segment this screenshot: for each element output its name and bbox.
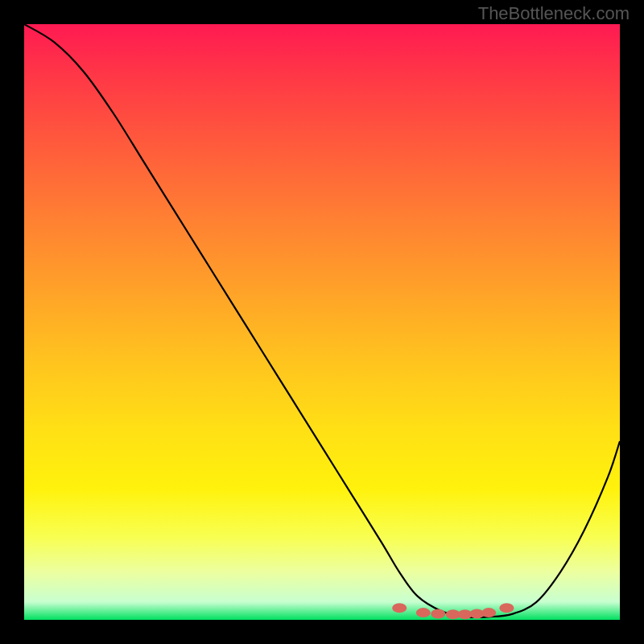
marker-dot <box>499 603 514 613</box>
marker-dot <box>392 603 407 613</box>
marker-dot <box>416 608 431 617</box>
chart-svg <box>24 24 620 620</box>
watermark-text: TheBottleneck.com <box>478 3 630 24</box>
plot-area <box>24 24 620 620</box>
curve-line <box>24 24 620 617</box>
chart-container: TheBottleneck.com <box>0 0 644 644</box>
marker-dot <box>431 609 445 619</box>
marker-dot <box>481 608 496 617</box>
